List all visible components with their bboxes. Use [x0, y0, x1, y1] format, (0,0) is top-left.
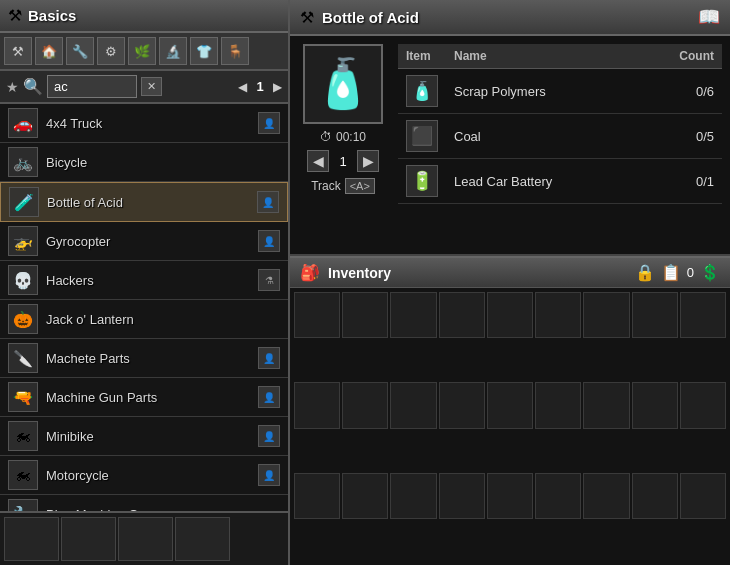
item-icon-pipe-machine-gun: 🔧 — [8, 499, 38, 511]
list-item[interactable]: 🎃 Jack o' Lantern — [0, 300, 288, 339]
inventory-slot[interactable] — [342, 292, 388, 338]
inventory-bag-icon: 🎒 — [300, 263, 320, 282]
item-extra-gyrocopter: 👤 — [258, 230, 280, 252]
inventory-slot[interactable] — [632, 292, 678, 338]
item-name-minibike: Minibike — [46, 429, 258, 444]
inventory-slot[interactable] — [439, 382, 485, 428]
inventory-slot[interactable] — [294, 292, 340, 338]
category-crafting[interactable]: ⚒ — [4, 37, 32, 65]
right-header: ⚒ Bottle of Acid 📖 — [290, 0, 730, 36]
ingredient-icon-box: ⬛ — [406, 120, 438, 152]
favorites-icon[interactable]: ★ — [6, 79, 19, 95]
inventory-slot[interactable] — [294, 382, 340, 428]
category-tools[interactable]: 🔧 — [66, 37, 94, 65]
ingredient-row: 🔋 Lead Car Battery 0/1 — [398, 159, 722, 204]
inventory-slot[interactable] — [583, 473, 629, 519]
inventory-header: 🎒 Inventory 🔒 📋 0 💲 — [290, 256, 730, 288]
inventory-slot[interactable] — [583, 382, 629, 428]
ingredient-count-lead-car-battery: 0/1 — [637, 159, 722, 204]
inventory-sort-icon[interactable]: 📋 — [661, 263, 681, 282]
craft-qty-increase[interactable]: ▶ — [357, 150, 379, 172]
recipe-area: 🧴 ⏱ 00:10 ◀ 1 ▶ Track <A> — [290, 36, 730, 256]
item-icon-bottle-of-acid: 🧪 — [9, 187, 39, 217]
list-item[interactable]: 🏍 Minibike 👤 — [0, 417, 288, 456]
list-item[interactable]: 🚲 Bicycle — [0, 143, 288, 182]
bottom-slot-2[interactable] — [61, 517, 116, 561]
item-name-machete-parts: Machete Parts — [46, 351, 258, 366]
right-header-icon: ⚒ — [300, 8, 314, 27]
recipe-image: 🧴 — [303, 44, 383, 124]
main-container: ⚒ Basics ⚒ 🏠 🔧 ⚙ 🌿 🔬 👕 🪑 ★ 🔍 ✕ ◀ 1 ▶ — [0, 0, 730, 565]
inventory-slot[interactable] — [680, 382, 726, 428]
book-icon: 📖 — [698, 6, 720, 28]
category-nature[interactable]: 🌿 — [128, 37, 156, 65]
craft-time-display: ⏱ 00:10 — [320, 130, 366, 144]
list-item-selected[interactable]: 🧪 Bottle of Acid 👤 — [0, 182, 288, 222]
craft-time-value: 00:10 — [336, 130, 366, 144]
qty-increase-button[interactable]: ▶ — [273, 80, 282, 94]
item-extra-minibike: 👤 — [258, 425, 280, 447]
inventory-slot[interactable] — [583, 292, 629, 338]
inventory-slot[interactable] — [535, 473, 581, 519]
track-button[interactable]: Track <A> — [311, 178, 375, 194]
inventory-slot[interactable] — [342, 382, 388, 428]
search-icon: 🔍 — [23, 77, 43, 96]
item-extra-machine-gun-parts: 👤 — [258, 386, 280, 408]
inventory-grid — [290, 288, 730, 565]
list-item[interactable]: 🏍 Motorcycle 👤 — [0, 456, 288, 495]
inventory-slot[interactable] — [535, 292, 581, 338]
bottom-slot-3[interactable] — [118, 517, 173, 561]
inventory-slot[interactable] — [390, 473, 436, 519]
item-list[interactable]: 🚗 4x4 Truck 👤 🚲 Bicycle 🧪 Bottle of Acid… — [0, 104, 288, 511]
clear-search-button[interactable]: ✕ — [141, 77, 162, 96]
bottom-slot-1[interactable] — [4, 517, 59, 561]
item-extra-machete-parts: 👤 — [258, 347, 280, 369]
inventory-slot[interactable] — [680, 473, 726, 519]
list-item[interactable]: 🔧 Pipe Machine Gun — [0, 495, 288, 511]
inventory-slot[interactable] — [535, 382, 581, 428]
item-name-jackolantern: Jack o' Lantern — [46, 312, 280, 327]
qty-decrease-button[interactable]: ◀ — [238, 80, 247, 94]
list-item[interactable]: 💀 Hackers ⚗ — [0, 261, 288, 300]
item-extra-motorcycle: 👤 — [258, 464, 280, 486]
inventory-lock-icon[interactable]: 🔒 — [635, 263, 655, 282]
inventory-slot[interactable] — [294, 473, 340, 519]
inventory-slot[interactable] — [632, 382, 678, 428]
category-mechanical[interactable]: ⚙ — [97, 37, 125, 65]
clock-icon: ⏱ — [320, 130, 332, 144]
inventory-slot[interactable] — [487, 473, 533, 519]
ingredient-name-coal: Coal — [446, 114, 637, 159]
list-item[interactable]: 🔪 Machete Parts 👤 — [0, 339, 288, 378]
ingredient-count-scrap-polymers: 0/6 — [637, 69, 722, 114]
category-science[interactable]: 🔬 — [159, 37, 187, 65]
craft-qty-decrease[interactable]: ◀ — [307, 150, 329, 172]
inventory-slot[interactable] — [680, 292, 726, 338]
inventory-slot[interactable] — [439, 473, 485, 519]
left-header: ⚒ Basics — [0, 0, 288, 33]
recipe-left: 🧴 ⏱ 00:10 ◀ 1 ▶ Track <A> — [298, 44, 388, 246]
inventory-slot[interactable] — [487, 382, 533, 428]
category-clothes[interactable]: 👕 — [190, 37, 218, 65]
inventory-slot[interactable] — [390, 382, 436, 428]
ingredient-item-icon-coal: ⬛ — [398, 114, 446, 159]
item-extra-bottle-of-acid: 👤 — [257, 191, 279, 213]
inventory-slot[interactable] — [342, 473, 388, 519]
bottom-slot-4[interactable] — [175, 517, 230, 561]
right-panel-title: Bottle of Acid — [322, 9, 419, 26]
item-name-gyrocopter: Gyrocopter — [46, 234, 258, 249]
inventory-slot[interactable] — [632, 473, 678, 519]
inventory-slot[interactable] — [390, 292, 436, 338]
category-home[interactable]: 🏠 — [35, 37, 63, 65]
list-item[interactable]: 🚁 Gyrocopter 👤 — [0, 222, 288, 261]
ingredient-icon-box: 🧴 — [406, 75, 438, 107]
category-furniture[interactable]: 🪑 — [221, 37, 249, 65]
inventory-slot[interactable] — [487, 292, 533, 338]
ingredient-item-icon-scrap-polymers: 🧴 — [398, 69, 446, 114]
item-name-machine-gun-parts: Machine Gun Parts — [46, 390, 258, 405]
item-icon-machete-parts: 🔪 — [8, 343, 38, 373]
list-item[interactable]: 🔫 Machine Gun Parts 👤 — [0, 378, 288, 417]
search-input[interactable] — [47, 75, 137, 98]
list-item[interactable]: 🚗 4x4 Truck 👤 — [0, 104, 288, 143]
inventory-slot[interactable] — [439, 292, 485, 338]
ingredient-name-lead-car-battery: Lead Car Battery — [446, 159, 637, 204]
